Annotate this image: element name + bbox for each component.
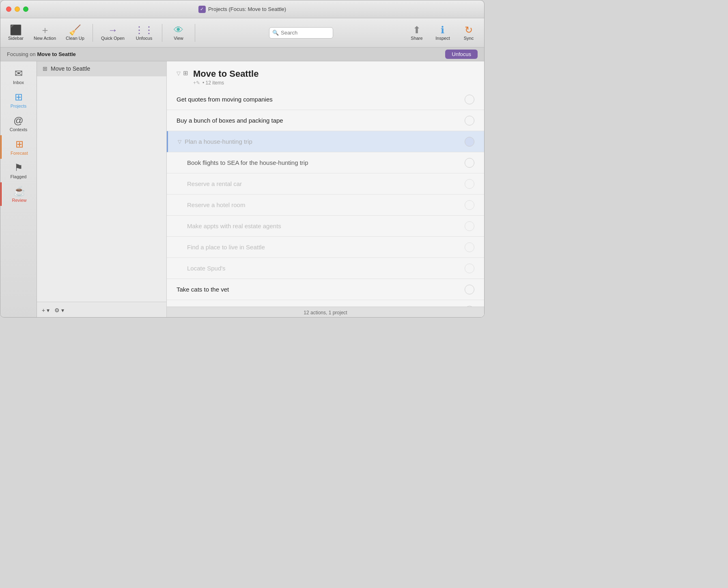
review-icon: ☕ (13, 186, 26, 197)
sync-label: Sync (464, 36, 474, 41)
flagged-icon: ⚑ (14, 162, 23, 173)
sidebar-icon: ⬛ (10, 25, 22, 35)
content-area: ▽ ⊞ Move to Seattle +✎ • 12 items Get qu… (167, 61, 484, 318)
task-checkbox[interactable] (465, 285, 474, 294)
quick-open-label: Quick Open (101, 36, 125, 41)
minimize-button[interactable] (15, 6, 20, 12)
maximize-button[interactable] (23, 6, 28, 12)
titlebar: ✓ Projects (Focus: Move to Seattle) (0, 0, 484, 18)
add-project-button[interactable]: + ▾ (42, 307, 50, 313)
sidebar-item-inbox[interactable]: ✉ Inbox (2, 65, 35, 88)
task-checkbox[interactable] (465, 221, 474, 231)
task-subitem[interactable]: Book flights to SEA for the house-huntin… (167, 152, 484, 173)
group-checkbox[interactable] (465, 137, 474, 147)
sidebar-item-projects[interactable]: ⊞ Projects (2, 88, 35, 112)
task-text: Reserve a hotel room (187, 201, 461, 208)
task-text: Reserve a rental car (187, 180, 461, 187)
project-header-icons: ▽ ⊞ (177, 69, 188, 77)
new-action-label: New Action (34, 36, 56, 41)
clean-up-label: Clean Up (66, 36, 84, 41)
task-text: Make appts with real estate agents (187, 223, 461, 229)
unfocus-button[interactable]: ⋮⋮ Unfocus (130, 23, 158, 43)
task-checkbox[interactable] (465, 264, 474, 273)
search-icon: 🔍 (272, 30, 279, 36)
inspect-icon: ℹ (441, 25, 444, 35)
project-item-move-to-seattle[interactable]: ⊞ Move to Seattle (37, 61, 166, 76)
view-icon: 👁 (174, 25, 183, 35)
share-label: Share (411, 36, 422, 41)
task-checkbox[interactable] (465, 95, 474, 104)
unfocus-focus-button[interactable]: Unfocus (445, 50, 478, 59)
task-text: Find a place to live in Seattle (187, 244, 461, 251)
group-chevron-icon: ▽ (178, 139, 181, 145)
task-text: Take cats to the vet (177, 286, 461, 293)
project-title-block: Move to Seattle +✎ • 12 items (193, 69, 258, 86)
task-checkbox[interactable] (465, 242, 474, 252)
task-list: Get quotes from moving companies Buy a b… (167, 89, 484, 318)
sidebar-item-forecast[interactable]: ⊞ Forecast (0, 135, 37, 159)
sidebar-button[interactable]: ⬛ Sidebar (4, 23, 28, 43)
task-item[interactable]: Take cats to the vet (167, 279, 484, 300)
settings-button[interactable]: ⚙ ▾ (54, 307, 64, 313)
task-checkbox[interactable] (465, 116, 474, 125)
view-button[interactable]: 👁 View (166, 23, 191, 43)
inbox-icon: ✉ (15, 68, 23, 79)
task-checkbox[interactable] (465, 158, 474, 168)
project-meta: +✎ • 12 items (193, 80, 258, 86)
task-text: Locate Spud's (187, 265, 461, 272)
new-action-button[interactable]: ＋ New Action (30, 23, 60, 43)
project-main-title: Move to Seattle (193, 69, 258, 79)
task-item[interactable]: Get quotes from moving companies (167, 89, 484, 110)
status-bar: 12 actions, 1 project (167, 307, 484, 318)
quick-open-icon: → (108, 25, 118, 35)
project-list-icon: ⊞ (43, 65, 47, 72)
inspect-label: Inspect (435, 36, 450, 41)
share-button[interactable]: ⬆ Share (405, 23, 429, 43)
focus-bar: Focusing on Move to Seattle Unfocus (0, 48, 484, 61)
task-text: Buy a bunch of boxes and packing tape (177, 117, 461, 124)
forecast-icon: ⊞ (15, 138, 24, 150)
unfocus-icon: ⋮⋮ (134, 25, 154, 35)
sync-icon: ↻ (465, 25, 473, 35)
window-title: ✓ Projects (Focus: Move to Seattle) (198, 6, 286, 13)
sidebar-item-flagged[interactable]: ⚑ Flagged (2, 159, 35, 182)
projects-icon: ⊞ (15, 91, 23, 103)
unfocus-label: Unfocus (136, 36, 152, 41)
focus-bar-text: Focusing on Move to Seattle (7, 51, 76, 57)
project-header: ▽ ⊞ Move to Seattle +✎ • 12 items (167, 61, 484, 89)
task-text: Get quotes from moving companies (177, 96, 461, 103)
search-container: 🔍 (269, 27, 333, 39)
inspect-button[interactable]: ℹ Inspect (431, 23, 455, 43)
sidebar-item-contexts[interactable]: @ Contexts (2, 112, 35, 135)
toolbar: ⬛ Sidebar ＋ New Action 🧹 Clean Up → Quic… (0, 18, 484, 48)
project-type-icon: ⊞ (183, 69, 188, 77)
toolbar-divider-1 (93, 24, 93, 42)
group-item[interactable]: ▽ Plan a house-hunting trip (167, 131, 484, 152)
close-button[interactable] (6, 6, 11, 12)
task-checkbox[interactable] (465, 200, 474, 210)
window-controls (6, 6, 28, 12)
project-panel: ⊞ Move to Seattle + ▾ ⚙ ▾ (37, 61, 167, 318)
sidebar-item-review[interactable]: ☕ Review (0, 182, 37, 206)
task-subitem[interactable]: Make appts with real estate agents (167, 216, 484, 237)
task-item[interactable]: Buy a bunch of boxes and packing tape (167, 110, 484, 131)
task-subitem[interactable]: Find a place to live in Seattle (167, 237, 484, 258)
sync-button[interactable]: ↻ Sync (457, 23, 481, 43)
sidebar: ✉ Inbox ⊞ Projects @ Contexts ⊞ Forecast… (0, 61, 37, 318)
broom-icon: 🧹 (69, 25, 81, 35)
task-text: Book flights to SEA for the house-huntin… (187, 159, 461, 166)
contexts-icon: @ (13, 115, 23, 126)
plus-icon: ＋ (40, 25, 50, 35)
task-subitem[interactable]: Locate Spud's (167, 258, 484, 279)
task-subitem[interactable]: Reserve a hotel room (167, 195, 484, 216)
quick-open-button[interactable]: → Quick Open (97, 23, 129, 43)
toolbar-divider-3 (195, 24, 195, 42)
toolbar-divider-2 (162, 24, 162, 42)
clean-up-button[interactable]: 🧹 Clean Up (62, 23, 88, 43)
task-checkbox[interactable] (465, 179, 474, 189)
expand-icon: ▽ (177, 70, 181, 76)
share-icon: ⬆ (413, 25, 421, 35)
project-list: ⊞ Move to Seattle (37, 61, 166, 302)
app-icon: ✓ (198, 6, 206, 13)
task-subitem[interactable]: Reserve a rental car (167, 173, 484, 195)
